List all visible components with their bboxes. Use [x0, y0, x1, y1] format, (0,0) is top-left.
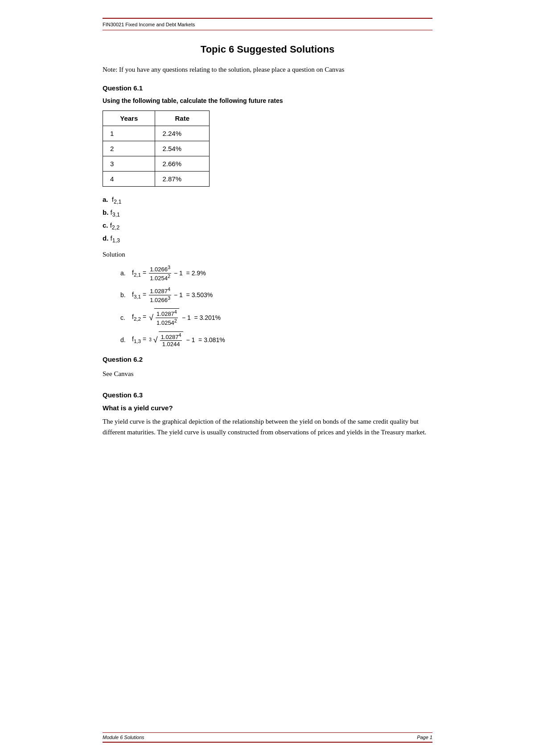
solution-b: b. f3,1 = 1.02874 1.02663 − 1 = 3.503%: [120, 286, 432, 304]
question-61-section: Question 6.1 Using the following table, …: [103, 84, 432, 348]
table-cell-rate: 2.54%: [155, 141, 210, 156]
solution-block: a. f2,1 = 1.02663 1.02542 − 1 = 2.9% b. …: [103, 265, 432, 348]
table-cell-rate: 2.24%: [155, 126, 210, 141]
footer-bar: Module 6 Solutions Page 1: [103, 732, 432, 743]
table-header-years: Years: [103, 111, 155, 126]
page: FIN30021 Fixed Income and Debt Markets T…: [67, 0, 468, 756]
question-63-subheading: What is a yield curve?: [103, 404, 432, 412]
table-header-rate: Rate: [155, 111, 210, 126]
rate-table: Years Rate 1 2.24% 2 2.54% 3 2.66%: [103, 110, 210, 187]
table-cell-year: 2: [103, 141, 155, 156]
question-63-heading: Question 6.3: [103, 391, 432, 399]
question-63-section: Question 6.3 What is a yield curve? The …: [103, 391, 432, 437]
solution-c: c. f2,2 = √ 1.02874 1.02542 − 1 = 3.201%: [120, 308, 432, 327]
question-62-section: Question 6.2 See Canvas: [103, 356, 432, 379]
table-cell-year: 4: [103, 172, 155, 187]
footer-right: Page 1: [417, 735, 432, 740]
question-61-instruction: Using the following table, calculate the…: [103, 97, 432, 104]
table-cell-rate: 2.87%: [155, 172, 210, 187]
part-d: d. f1,3: [103, 234, 432, 244]
part-b: b. f3,1: [103, 208, 432, 218]
question-63-content: The yield curve is the graphical depicti…: [103, 416, 432, 437]
table-cell-rate: 2.66%: [155, 156, 210, 172]
note-text: Note: If you have any questions relating…: [103, 66, 432, 74]
footer-left: Module 6 Solutions: [103, 735, 144, 740]
solution-a: a. f2,1 = 1.02663 1.02542 − 1 = 2.9%: [120, 265, 432, 282]
solution-d: d. f1,3 = 3 √ 1.02874 1.0244 − 1 = 3.081…: [120, 331, 432, 349]
question-62-heading: Question 6.2: [103, 356, 432, 363]
table-row: 2 2.54%: [103, 141, 210, 156]
table-row: 4 2.87%: [103, 172, 210, 187]
part-a: a. f2,1: [103, 196, 432, 205]
page-title: Topic 6 Suggested Solutions: [103, 44, 432, 55]
question-61-heading: Question 6.1: [103, 84, 432, 92]
course-label: FIN30021 Fixed Income and Debt Markets: [103, 22, 195, 27]
part-c: c. f2,2: [103, 221, 432, 231]
table-cell-year: 3: [103, 156, 155, 172]
table-row: 3 2.66%: [103, 156, 210, 172]
table-cell-year: 1: [103, 126, 155, 141]
header-bar: FIN30021 Fixed Income and Debt Markets: [103, 18, 432, 30]
question-62-content: See Canvas: [103, 368, 432, 379]
solution-label: Solution: [103, 251, 432, 258]
table-row: 1 2.24%: [103, 126, 210, 141]
